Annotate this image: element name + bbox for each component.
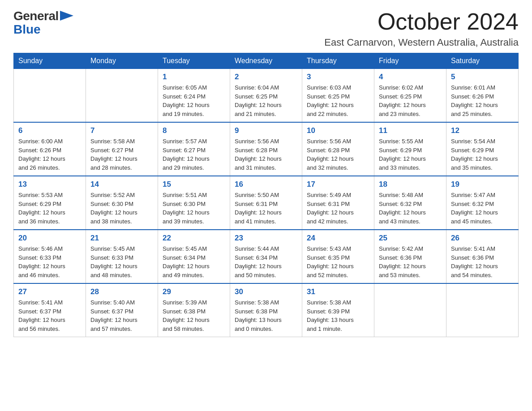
- day-number: 1: [163, 73, 225, 81]
- calendar-cell: 28Sunrise: 5:40 AM Sunset: 6:37 PM Dayli…: [86, 283, 158, 337]
- day-number: 16: [235, 180, 297, 189]
- calendar-cell: 2Sunrise: 6:04 AM Sunset: 6:25 PM Daylig…: [230, 69, 302, 123]
- logo: General Blue: [13, 9, 73, 36]
- day-number: 23: [235, 234, 297, 243]
- day-info: Sunrise: 5:42 AM Sunset: 6:36 PM Dayligh…: [379, 244, 442, 279]
- day-number: 29: [163, 287, 225, 296]
- day-headers-row: Sunday Monday Tuesday Wednesday Thursday…: [14, 53, 519, 69]
- calendar-week-row: 20Sunrise: 5:46 AM Sunset: 6:33 PM Dayli…: [14, 230, 519, 283]
- day-info: Sunrise: 5:52 AM Sunset: 6:30 PM Dayligh…: [90, 191, 153, 226]
- calendar-cell: 15Sunrise: 5:51 AM Sunset: 6:30 PM Dayli…: [158, 176, 230, 230]
- calendar-cell: 7Sunrise: 5:58 AM Sunset: 6:27 PM Daylig…: [86, 122, 158, 176]
- day-info: Sunrise: 5:58 AM Sunset: 6:27 PM Dayligh…: [90, 137, 153, 172]
- calendar-cell: 14Sunrise: 5:52 AM Sunset: 6:30 PM Dayli…: [86, 176, 158, 230]
- calendar-cell: 3Sunrise: 6:03 AM Sunset: 6:25 PM Daylig…: [302, 69, 374, 123]
- calendar-week-row: 27Sunrise: 5:41 AM Sunset: 6:37 PM Dayli…: [14, 283, 519, 337]
- calendar-cell: [14, 69, 86, 123]
- calendar-cell: 26Sunrise: 5:41 AM Sunset: 6:36 PM Dayli…: [446, 230, 519, 283]
- svg-marker-0: [60, 11, 73, 21]
- calendar-cell: [446, 283, 519, 337]
- day-info: Sunrise: 5:46 AM Sunset: 6:33 PM Dayligh…: [18, 244, 81, 279]
- header-wednesday: Wednesday: [230, 53, 302, 69]
- calendar-cell: 20Sunrise: 5:46 AM Sunset: 6:33 PM Dayli…: [14, 230, 86, 283]
- day-info: Sunrise: 5:44 AM Sunset: 6:34 PM Dayligh…: [235, 244, 297, 279]
- day-info: Sunrise: 6:04 AM Sunset: 6:25 PM Dayligh…: [235, 83, 297, 118]
- day-number: 15: [163, 180, 225, 189]
- day-number: 28: [90, 287, 153, 296]
- day-number: 3: [307, 73, 369, 81]
- header-saturday: Saturday: [446, 53, 519, 69]
- day-info: Sunrise: 6:02 AM Sunset: 6:25 PM Dayligh…: [379, 83, 442, 118]
- calendar-cell: 1Sunrise: 6:05 AM Sunset: 6:24 PM Daylig…: [158, 69, 230, 123]
- calendar-table: Sunday Monday Tuesday Wednesday Thursday…: [13, 53, 519, 337]
- calendar-cell: 11Sunrise: 5:55 AM Sunset: 6:29 PM Dayli…: [374, 122, 446, 176]
- day-number: 5: [451, 73, 514, 81]
- day-number: 13: [18, 180, 81, 189]
- day-number: 2: [235, 73, 297, 81]
- day-number: 31: [307, 287, 369, 296]
- calendar-week-row: 13Sunrise: 5:53 AM Sunset: 6:29 PM Dayli…: [14, 176, 519, 230]
- day-number: 25: [379, 234, 442, 243]
- calendar-cell: 22Sunrise: 5:45 AM Sunset: 6:34 PM Dayli…: [158, 230, 230, 283]
- day-info: Sunrise: 5:41 AM Sunset: 6:37 PM Dayligh…: [18, 298, 81, 333]
- day-number: 9: [235, 126, 297, 135]
- day-info: Sunrise: 5:45 AM Sunset: 6:33 PM Dayligh…: [90, 244, 153, 279]
- calendar-cell: 4Sunrise: 6:02 AM Sunset: 6:25 PM Daylig…: [374, 69, 446, 123]
- day-info: Sunrise: 5:57 AM Sunset: 6:27 PM Dayligh…: [163, 137, 225, 172]
- day-number: 24: [307, 234, 369, 243]
- day-info: Sunrise: 5:38 AM Sunset: 6:39 PM Dayligh…: [307, 298, 369, 333]
- header-sunday: Sunday: [14, 53, 86, 69]
- day-number: 20: [18, 234, 81, 243]
- header: General Blue October 2024 East Carnarvon…: [13, 9, 519, 48]
- day-number: 30: [235, 287, 297, 296]
- calendar-cell: 29Sunrise: 5:39 AM Sunset: 6:38 PM Dayli…: [158, 283, 230, 337]
- day-info: Sunrise: 5:49 AM Sunset: 6:31 PM Dayligh…: [307, 191, 369, 226]
- day-info: Sunrise: 6:03 AM Sunset: 6:25 PM Dayligh…: [307, 83, 369, 118]
- calendar-cell: 16Sunrise: 5:50 AM Sunset: 6:31 PM Dayli…: [230, 176, 302, 230]
- day-number: 4: [379, 73, 442, 81]
- day-info: Sunrise: 5:53 AM Sunset: 6:29 PM Dayligh…: [18, 191, 81, 226]
- day-info: Sunrise: 5:38 AM Sunset: 6:38 PM Dayligh…: [235, 298, 297, 333]
- day-info: Sunrise: 5:45 AM Sunset: 6:34 PM Dayligh…: [163, 244, 225, 279]
- day-number: 10: [307, 126, 369, 135]
- day-number: 17: [307, 180, 369, 189]
- day-number: 27: [18, 287, 81, 296]
- calendar-week-row: 1Sunrise: 6:05 AM Sunset: 6:24 PM Daylig…: [14, 69, 519, 123]
- calendar-cell: 10Sunrise: 5:56 AM Sunset: 6:28 PM Dayli…: [302, 122, 374, 176]
- header-tuesday: Tuesday: [158, 53, 230, 69]
- day-number: 19: [451, 180, 514, 189]
- calendar-cell: [86, 69, 158, 123]
- calendar-cell: 6Sunrise: 6:00 AM Sunset: 6:26 PM Daylig…: [14, 122, 86, 176]
- title-area: October 2024 East Carnarvon, Western Aus…: [324, 9, 519, 48]
- location-title: East Carnarvon, Western Australia, Austr…: [324, 37, 519, 48]
- day-info: Sunrise: 5:51 AM Sunset: 6:30 PM Dayligh…: [163, 191, 225, 226]
- calendar-cell: 27Sunrise: 5:41 AM Sunset: 6:37 PM Dayli…: [14, 283, 86, 337]
- calendar-cell: 25Sunrise: 5:42 AM Sunset: 6:36 PM Dayli…: [374, 230, 446, 283]
- logo-flag-icon: [60, 11, 73, 21]
- day-info: Sunrise: 5:56 AM Sunset: 6:28 PM Dayligh…: [307, 137, 369, 172]
- day-info: Sunrise: 5:39 AM Sunset: 6:38 PM Dayligh…: [163, 298, 225, 333]
- day-info: Sunrise: 5:50 AM Sunset: 6:31 PM Dayligh…: [235, 191, 297, 226]
- calendar-cell: 12Sunrise: 5:54 AM Sunset: 6:29 PM Dayli…: [446, 122, 519, 176]
- calendar-cell: 31Sunrise: 5:38 AM Sunset: 6:39 PM Dayli…: [302, 283, 374, 337]
- day-info: Sunrise: 5:55 AM Sunset: 6:29 PM Dayligh…: [379, 137, 442, 172]
- day-info: Sunrise: 5:41 AM Sunset: 6:36 PM Dayligh…: [451, 244, 514, 279]
- day-number: 18: [379, 180, 442, 189]
- calendar-cell: 19Sunrise: 5:47 AM Sunset: 6:32 PM Dayli…: [446, 176, 519, 230]
- calendar-cell: 18Sunrise: 5:48 AM Sunset: 6:32 PM Dayli…: [374, 176, 446, 230]
- logo-blue-text: Blue: [13, 23, 73, 36]
- calendar-cell: [374, 283, 446, 337]
- calendar-cell: 30Sunrise: 5:38 AM Sunset: 6:38 PM Dayli…: [230, 283, 302, 337]
- day-number: 8: [163, 126, 225, 135]
- calendar-cell: 13Sunrise: 5:53 AM Sunset: 6:29 PM Dayli…: [14, 176, 86, 230]
- calendar-cell: 23Sunrise: 5:44 AM Sunset: 6:34 PM Dayli…: [230, 230, 302, 283]
- day-number: 22: [163, 234, 225, 243]
- day-number: 21: [90, 234, 153, 243]
- day-info: Sunrise: 5:40 AM Sunset: 6:37 PM Dayligh…: [90, 298, 153, 333]
- day-number: 12: [451, 126, 514, 135]
- calendar-cell: 9Sunrise: 5:56 AM Sunset: 6:28 PM Daylig…: [230, 122, 302, 176]
- day-info: Sunrise: 5:48 AM Sunset: 6:32 PM Dayligh…: [379, 191, 442, 226]
- day-number: 26: [451, 234, 514, 243]
- calendar-week-row: 6Sunrise: 6:00 AM Sunset: 6:26 PM Daylig…: [14, 122, 519, 176]
- header-thursday: Thursday: [302, 53, 374, 69]
